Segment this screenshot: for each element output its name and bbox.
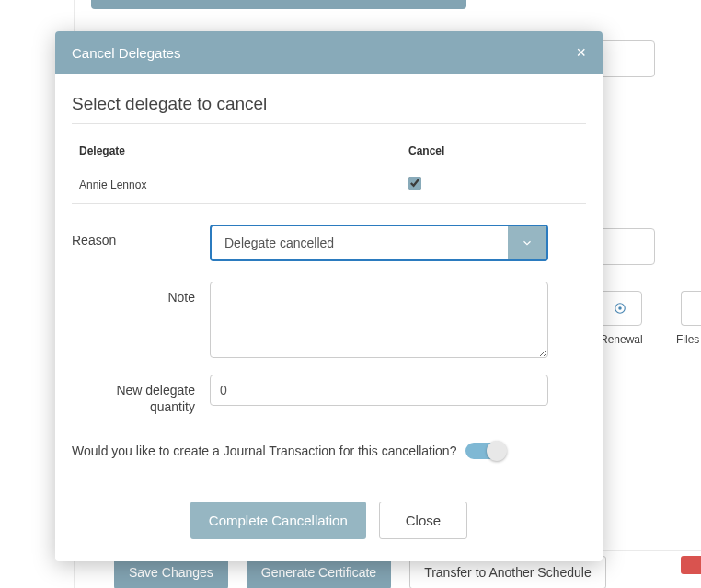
reason-select-value: Delegate cancelled [212, 226, 508, 259]
reason-row: Reason Delegate cancelled [72, 225, 586, 261]
chevron-down-icon [508, 226, 546, 259]
note-label: Note [72, 282, 210, 362]
modal-close-button[interactable]: × [576, 44, 586, 61]
note-textarea[interactable] [210, 282, 548, 358]
note-row: Note [72, 282, 586, 362]
table-row: Annie Lennox [72, 167, 586, 204]
close-button[interactable]: Close [379, 502, 467, 539]
delegates-table: Delegate Cancel Annie Lennox [72, 144, 586, 204]
toggle-knob [487, 441, 507, 461]
delegate-name: Annie Lennox [79, 179, 408, 191]
journal-row: Would you like to create a Journal Trans… [72, 443, 586, 459]
col-header-delegate: Delegate [79, 144, 408, 157]
section-title: Select delegate to cancel [72, 94, 586, 124]
quantity-row: New delegate quantity [72, 375, 586, 415]
modal-title: Cancel Delegates [72, 45, 180, 61]
cancel-checkbox[interactable] [408, 177, 421, 190]
reason-select[interactable]: Delegate cancelled [210, 225, 548, 261]
cancel-delegates-modal: Cancel Delegates × Select delegate to ca… [55, 31, 603, 561]
reason-label: Reason [72, 225, 210, 261]
modal-header: Cancel Delegates × [55, 31, 603, 74]
journal-toggle[interactable] [465, 443, 506, 459]
journal-prompt: Would you like to create a Journal Trans… [72, 444, 456, 458]
modal-actions: Complete Cancellation Close [72, 502, 586, 539]
complete-cancellation-button[interactable]: Complete Cancellation [190, 502, 366, 539]
table-header: Delegate Cancel [72, 144, 586, 167]
quantity-label: New delegate quantity [72, 375, 210, 415]
close-icon: × [576, 43, 586, 62]
quantity-input[interactable] [210, 375, 548, 406]
col-header-cancel: Cancel [408, 144, 579, 157]
modal-body: Select delegate to cancel Delegate Cance… [55, 74, 603, 561]
